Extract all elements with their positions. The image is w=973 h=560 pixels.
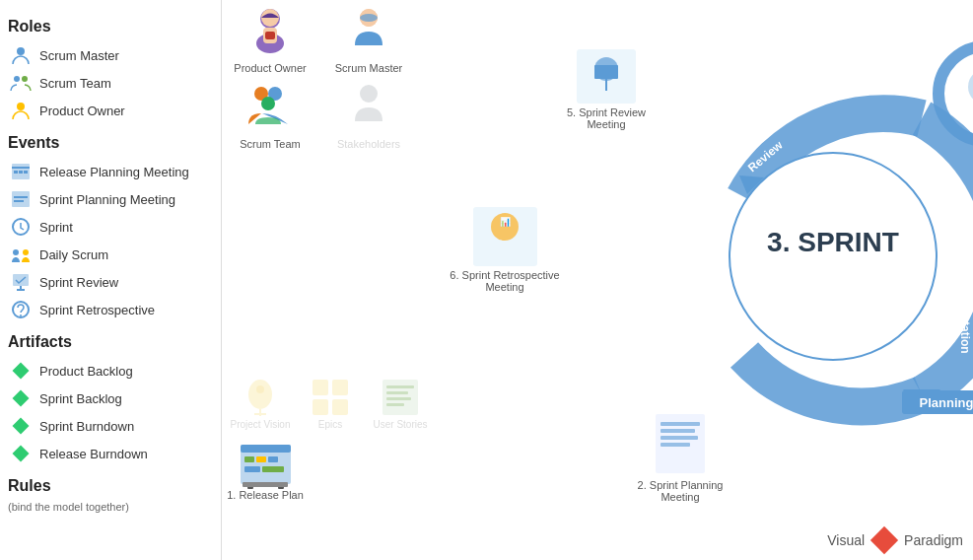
product-owner-role-label: Product Owner (39, 104, 125, 118)
svg-rect-49 (268, 456, 278, 462)
svg-text:6. Sprint Retrospective: 6. Sprint Retrospective (450, 269, 559, 281)
roles-title: Roles (8, 18, 213, 35)
release-planning-icon (10, 161, 32, 182)
scrum-team-figure-label: Scrum Team (240, 138, 301, 150)
svg-rect-92 (660, 429, 695, 433)
svg-point-32 (248, 380, 272, 409)
product-owner-figure-label: Product Owner (234, 62, 306, 74)
svg-text:Meeting: Meeting (660, 491, 699, 503)
svg-rect-10 (14, 196, 28, 198)
svg-rect-54 (243, 482, 288, 487)
svg-point-14 (23, 249, 29, 255)
stakeholders-figure: Stakeholders (324, 80, 413, 150)
svg-point-30 (261, 97, 275, 110)
sprint-planning-label: Sprint Planning Meeting (39, 192, 175, 207)
sidebar: Roles Scrum Master Scrum Team Product Ow… (0, 0, 222, 560)
rules-subtitle: (bind the model together) (8, 501, 213, 513)
watermark-paradigm: Paradigm (904, 532, 963, 548)
watermark-text: Visual (827, 532, 865, 548)
svg-rect-36 (313, 380, 328, 395)
scrum-master-label: Scrum Master (39, 48, 119, 63)
sidebar-item-scrum-team[interactable]: Scrum Team (8, 69, 213, 97)
release-burndown-label: Release Burndown (39, 447, 148, 461)
svg-text:2. Sprint Planning: 2. Sprint Planning (638, 479, 724, 491)
product-backlog-label: Product Backlog (39, 364, 133, 379)
svg-rect-39 (332, 399, 348, 415)
svg-point-3 (17, 103, 25, 110)
svg-point-31 (360, 85, 378, 103)
sidebar-item-sprint-review[interactable]: Sprint Review (8, 268, 213, 296)
user-stories-icon: User Stories (366, 375, 435, 430)
daily-scrum-icon (10, 244, 32, 265)
people-icons: Product Owner Scrum Master (226, 4, 443, 150)
scrum-team-avatar (243, 80, 298, 134)
svg-rect-94 (660, 443, 690, 447)
svg-rect-24 (265, 32, 275, 39)
svg-point-19 (20, 315, 22, 316)
scrum-master-figure: Scrum Master (324, 4, 413, 74)
sidebar-item-sprint[interactable]: Sprint (8, 213, 213, 241)
vp-logo-diamond (870, 526, 898, 554)
svg-point-0 (17, 47, 25, 55)
release-planning-label: Release Planning Meeting (39, 165, 189, 179)
release-plan-icon: 1. Release Plan (226, 440, 305, 501)
svg-text:Implementation: Implementation (958, 266, 972, 354)
release-burndown-icon (10, 443, 32, 464)
main-area: Product Owner Scrum Master (222, 0, 973, 560)
svg-rect-50 (244, 466, 260, 472)
epics-icon: Epics (301, 375, 360, 430)
sidebar-item-sprint-burndown[interactable]: Sprint Burndown (8, 412, 213, 440)
svg-text:5. Sprint Review: 5. Sprint Review (567, 106, 646, 118)
sprint-burndown-label: Sprint Burndown (39, 419, 134, 434)
sprint-review-label: Sprint Review (39, 275, 118, 290)
scrum-master-figure-label: Scrum Master (335, 62, 402, 74)
svg-point-35 (256, 385, 264, 393)
sprint-icon (10, 216, 32, 238)
svg-point-1 (14, 76, 20, 82)
sidebar-item-sprint-backlog[interactable]: Sprint Backlog (8, 385, 213, 412)
svg-rect-42 (386, 391, 408, 394)
svg-rect-5 (12, 167, 30, 169)
sidebar-item-product-owner[interactable]: Product Owner (8, 97, 213, 124)
sidebar-item-daily-scrum[interactable]: Daily Scrum (8, 241, 213, 268)
svg-rect-46 (241, 445, 291, 453)
sidebar-item-release-planning[interactable]: Release Planning Meeting (8, 158, 213, 185)
svg-rect-7 (19, 171, 23, 174)
svg-rect-9 (12, 191, 30, 207)
sidebar-item-release-burndown[interactable]: Release Burndown (8, 440, 213, 467)
sprint-retrospective-label: Sprint Retrospective (39, 303, 155, 317)
svg-rect-91 (660, 422, 700, 426)
svg-rect-11 (14, 200, 24, 202)
svg-point-2 (22, 76, 28, 82)
scrum-team-figure: Scrum Team (226, 80, 314, 150)
product-owner-avatar (243, 4, 298, 58)
sprint-label: Sprint (39, 220, 73, 235)
scrum-master-avatar (342, 4, 396, 58)
sidebar-item-scrum-master[interactable]: Scrum Master (8, 41, 213, 69)
svg-rect-48 (256, 456, 266, 462)
events-title: Events (8, 134, 213, 152)
sidebar-item-sprint-planning[interactable]: Sprint Planning Meeting (8, 185, 213, 213)
sprint-review-icon (10, 271, 32, 293)
svg-rect-43 (386, 397, 411, 400)
sprint-backlog-label: Sprint Backlog (39, 391, 122, 406)
stakeholders-label: Stakeholders (337, 138, 400, 150)
sprint-backlog-icon (10, 387, 32, 409)
svg-text:Planning: Planning (920, 395, 973, 410)
scrum-team-label: Scrum Team (39, 76, 111, 91)
daily-scrum-label: Daily Scrum (39, 247, 108, 262)
artifact-icons: Project Vision Epics (226, 375, 443, 501)
svg-point-13 (13, 249, 19, 255)
sidebar-item-sprint-retrospective[interactable]: Sprint Retrospective (8, 296, 213, 323)
artifacts-title: Artifacts (8, 333, 213, 351)
scrum-team-icon (10, 72, 32, 94)
scrum-diagram-svg: Impediment Log Burndown... Project Retro… (449, 0, 973, 552)
sprint-burndown-icon (10, 415, 32, 437)
svg-text:3. SPRINT: 3. SPRINT (767, 227, 899, 257)
product-owner-role-icon (10, 100, 32, 121)
svg-rect-44 (386, 403, 404, 406)
svg-text:Retrospect: Retrospect (694, 214, 708, 276)
svg-rect-37 (332, 380, 348, 395)
sidebar-item-product-backlog[interactable]: Product Backlog (8, 357, 213, 385)
svg-rect-47 (244, 456, 254, 462)
